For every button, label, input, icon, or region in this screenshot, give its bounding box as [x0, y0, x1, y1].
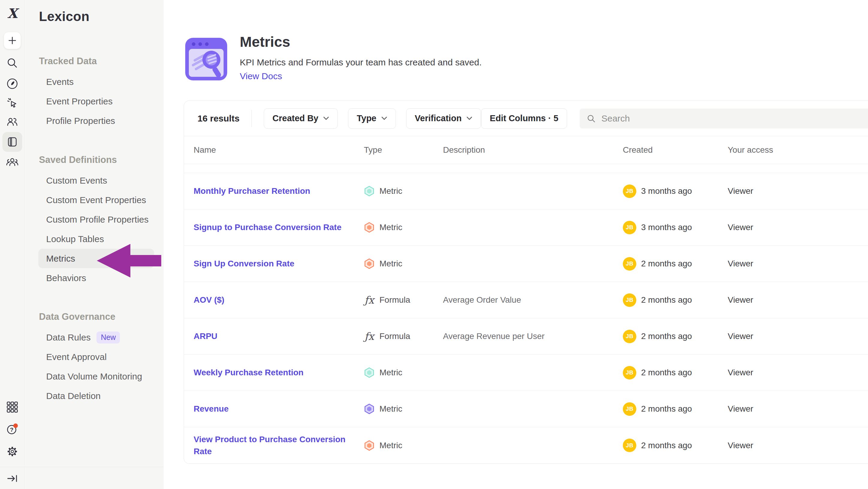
- filter-label: Type: [357, 113, 376, 123]
- chevron-down-icon: [381, 116, 387, 120]
- lexicon-tab-active[interactable]: [2, 132, 22, 152]
- sidebar-item-behaviors[interactable]: Behaviors: [38, 268, 154, 288]
- type-cell: Metric: [364, 367, 443, 378]
- avatar: JB: [623, 439, 636, 452]
- search-box[interactable]: [580, 109, 868, 128]
- formula-fx-icon: ƒx: [364, 330, 375, 342]
- mixpanel-logo[interactable]: X: [5, 7, 20, 21]
- sidebar-item-data-rules[interactable]: Data RulesNew: [38, 327, 154, 347]
- sidebar-item-label: Event Approval: [46, 352, 107, 362]
- metric-hexagon-icon: [364, 367, 375, 378]
- metric-name-link[interactable]: ARPU: [194, 332, 217, 341]
- avatar: JB: [623, 184, 636, 198]
- avatar: JB: [623, 257, 636, 270]
- metric-hexagon-icon: [364, 258, 375, 269]
- filter-label: Verification: [415, 113, 462, 123]
- metric-name-link[interactable]: Signup to Purchase Conversion Rate: [194, 223, 341, 232]
- sidebar-item-event-approval[interactable]: Event Approval: [38, 347, 154, 367]
- search-input[interactable]: [601, 113, 868, 124]
- sidebar-item-label: Custom Events: [46, 175, 107, 186]
- metric-name-link[interactable]: Sign Up Conversion Rate: [194, 259, 294, 268]
- new-report-button[interactable]: [4, 32, 21, 49]
- column-header-your-access: Your access: [728, 145, 868, 155]
- metrics-table-card: 16 results Created ByTypeVerification Ed…: [184, 100, 868, 464]
- filter-button-created-by[interactable]: Created By: [264, 108, 338, 129]
- chevron-down-icon: [323, 116, 329, 120]
- created-time: 2 months ago: [641, 259, 692, 268]
- table-row: RevenueMetricJB2 months agoViewer: [184, 391, 868, 427]
- sidebar-item-lookup-tables[interactable]: Lookup Tables: [38, 229, 154, 249]
- events-click-icon[interactable]: [6, 96, 19, 109]
- avatar: JB: [623, 366, 636, 379]
- section-heading-tracked-data: Tracked Data: [39, 54, 164, 68]
- sidebar-item-custom-events[interactable]: Custom Events: [38, 171, 154, 190]
- created-cell: JB2 months ago: [623, 330, 728, 343]
- type-label: Metric: [379, 223, 402, 232]
- table-body: Monthly Purchaser RetentionMetricJB3 mon…: [184, 173, 868, 463]
- settings-gear-icon[interactable]: [6, 445, 19, 458]
- access-cell: Viewer: [728, 295, 868, 305]
- created-time: 2 months ago: [641, 368, 692, 377]
- filter-button-verification[interactable]: Verification: [406, 108, 481, 129]
- svg-text:?: ?: [10, 427, 13, 433]
- edit-columns-button[interactable]: Edit Columns · 5: [481, 108, 567, 129]
- apps-grid-icon[interactable]: [6, 401, 19, 413]
- type-label: Metric: [379, 368, 402, 377]
- type-label: Metric: [379, 259, 402, 268]
- search-icon: [587, 114, 595, 123]
- search-icon[interactable]: [6, 57, 18, 69]
- metric-name-link[interactable]: Revenue: [194, 404, 229, 413]
- access-cell: Viewer: [728, 441, 868, 450]
- metric-name-link[interactable]: Weekly Purchase Retention: [194, 368, 304, 377]
- sidebar-item-label: Data Deletion: [46, 391, 101, 401]
- sidebar-item-data-volume-monitoring[interactable]: Data Volume Monitoring: [38, 367, 154, 386]
- column-header-created: Created: [623, 145, 728, 155]
- cohorts-icon[interactable]: [6, 156, 19, 169]
- users-icon[interactable]: [6, 116, 19, 128]
- discover-icon[interactable]: [6, 78, 19, 90]
- metric-name-link[interactable]: Monthly Purchaser Retention: [194, 186, 310, 196]
- created-cell: JB2 months ago: [623, 293, 728, 307]
- sidebar-item-event-properties[interactable]: Event Properties: [38, 91, 154, 111]
- type-label: Metric: [379, 404, 402, 414]
- page-description: KPI Metrics and Formulas your team has c…: [240, 57, 482, 67]
- sidebar-item-label: Lookup Tables: [46, 234, 104, 244]
- section-heading-saved-definitions: Saved Definitions: [39, 153, 164, 167]
- sidebar-item-profile-properties[interactable]: Profile Properties: [38, 111, 154, 131]
- column-header-name: Name: [194, 145, 364, 155]
- metric-name-link[interactable]: AOV ($): [194, 295, 224, 305]
- sidebar-item-label: Events: [46, 77, 74, 87]
- sidebar-item-label: Metrics: [46, 254, 75, 264]
- filter-button-type[interactable]: Type: [348, 108, 396, 129]
- toolbar-divider: [251, 110, 252, 127]
- type-label: Metric: [379, 441, 402, 450]
- created-cell: JB3 months ago: [623, 221, 728, 234]
- view-docs-link[interactable]: View Docs: [240, 71, 282, 81]
- type-cell: Metric: [364, 222, 443, 233]
- sidebar-item-data-deletion[interactable]: Data Deletion: [38, 386, 154, 406]
- access-cell: Viewer: [728, 223, 868, 232]
- filter-label: Created By: [273, 113, 318, 123]
- column-header-type: Type: [364, 145, 443, 155]
- sidebar-item-events[interactable]: Events: [38, 72, 154, 91]
- metric-hexagon-icon: [364, 403, 375, 414]
- sidebar-item-custom-event-properties[interactable]: Custom Event Properties: [38, 190, 154, 210]
- sidebar-item-custom-profile-properties[interactable]: Custom Profile Properties: [38, 210, 154, 229]
- help-icon[interactable]: ?: [6, 423, 19, 436]
- access-cell: Viewer: [728, 332, 868, 341]
- created-time: 3 months ago: [641, 186, 692, 196]
- table-row: Weekly Purchase RetentionMetricJB2 month…: [184, 354, 868, 391]
- table-row: AOV ($)ƒxFormulaAverage Order ValueJB2 m…: [184, 282, 868, 318]
- table-row: Signup to Purchase Conversion RateMetric…: [184, 209, 868, 246]
- created-cell: JB3 months ago: [623, 184, 728, 198]
- metric-hexagon-icon: [364, 222, 375, 233]
- metric-name-link[interactable]: View Product to Purchase Conversion Rate: [194, 435, 346, 456]
- sidebar-item-metrics[interactable]: Metrics: [38, 249, 154, 268]
- created-time: 2 months ago: [641, 295, 692, 305]
- table-row: ARPUƒxFormulaAverage Revenue per UserJB2…: [184, 318, 868, 354]
- metric-hexagon-icon: [364, 186, 375, 197]
- table-row: View Product to Purchase Conversion Rate…: [184, 427, 868, 463]
- table-header: Name Type Description Created Your acces…: [184, 136, 868, 164]
- access-cell: Viewer: [728, 404, 868, 414]
- collapse-sidebar-icon[interactable]: [6, 472, 19, 485]
